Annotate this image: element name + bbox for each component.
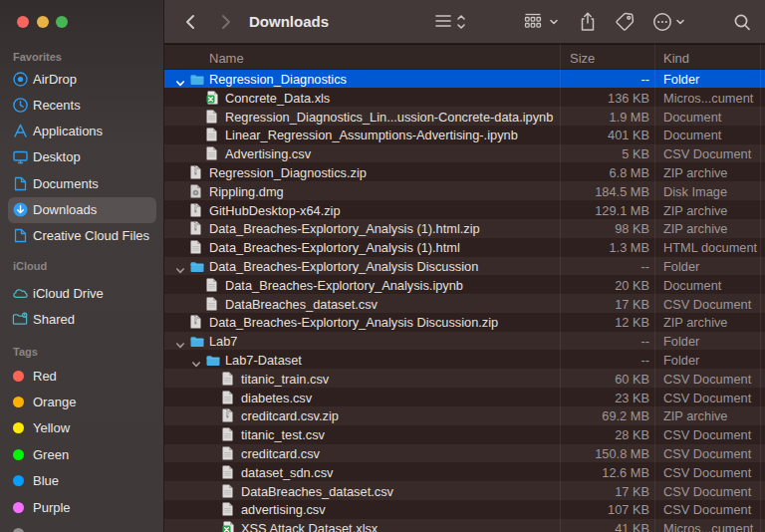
file-size: 1.9 MB (493, 110, 649, 125)
disclosure-chevron-icon[interactable] (175, 262, 185, 272)
main-area: Downloads (164, 0, 765, 532)
file-kind: CSV Document (663, 465, 751, 480)
back-button[interactable] (178, 10, 202, 34)
sidebar-item-red[interactable]: Red (0, 363, 164, 389)
file-size: -- (493, 259, 649, 274)
search-icon[interactable] (732, 11, 752, 33)
sidebar-item-applications[interactable]: Applications (0, 119, 164, 144)
file-name: creditcard.csv.zip (241, 408, 339, 423)
group-chevron-icon[interactable] (549, 11, 559, 33)
file-row[interactable]: Data_Breaches-Explortory_Analysis.ipynb2… (164, 275, 765, 294)
disclosure-chevron-icon[interactable] (191, 356, 201, 366)
sidebar-item-recents[interactable]: Recents (0, 92, 164, 118)
file-row[interactable]: DataBreaches_dataset.csv17 KBCSV Documen… (164, 294, 765, 313)
file-name: Data_Breaches-Explortory_Analysis.ipynb (225, 278, 463, 293)
file-row[interactable]: advertising.csv107 KBCSV Document (164, 500, 765, 519)
file-name: Regression_Diagnostics (209, 72, 347, 87)
column-header-size[interactable]: Size (570, 51, 595, 66)
file-icon (222, 372, 236, 386)
cloud-doc-icon (12, 227, 29, 244)
sidebar-item-label: iCloud Drive (33, 286, 104, 301)
sidebar-item-green[interactable]: Green (0, 441, 164, 467)
group-icon[interactable] (521, 11, 545, 33)
file-kind: CSV Document (663, 391, 751, 405)
sidebar-item-downloads[interactable]: Downloads (0, 197, 164, 223)
file-size: 150.8 MB (493, 446, 649, 461)
file-kind: CSV Document (663, 427, 751, 442)
document-icon (12, 175, 29, 192)
file-row[interactable]: XSS Attack Dataset.xlsx41 KBMicros...cum… (164, 519, 765, 532)
file-row[interactable]: Linear_Regression_Assumptions-Advertisin… (164, 126, 765, 144)
file-row[interactable]: Data_Breaches-Explortory_Analysis (1).ht… (164, 238, 765, 257)
file-row[interactable]: GitHubDesktop-x64.zip129.1 MBZIP archive (164, 200, 765, 219)
sidebar-item-documents[interactable]: Documents (0, 170, 164, 196)
file-name: advertising.csv (241, 502, 326, 517)
file-icon (190, 165, 204, 179)
sidebar-item-shared[interactable]: Shared (0, 306, 164, 332)
file-row[interactable]: dataset_sdn.csv12.6 MBCSV Document (164, 462, 765, 481)
sidebar-item-yellow[interactable]: Yellow (0, 415, 164, 441)
disclosure-chevron-icon[interactable] (175, 75, 185, 85)
file-row[interactable]: Data_Breaches-Explortory_Analysis (1).ht… (164, 219, 765, 238)
file-name: Data_Breaches-Explortory_Analysis (1).ht… (209, 240, 460, 255)
sidebar-item-airdrop[interactable]: AirDrop (0, 66, 164, 92)
file-row[interactable]: Concrete_Data.xls136 KBMicros...cument (164, 88, 765, 107)
more-icon[interactable] (651, 11, 673, 33)
file-name: titanic_test.csv (241, 427, 325, 442)
file-kind: Folder (663, 72, 699, 87)
view-stepper-icon[interactable] (455, 11, 467, 33)
disclosure-chevron-icon[interactable] (175, 337, 185, 347)
more-chevron-icon[interactable] (675, 11, 685, 33)
file-kind: CSV Document (663, 484, 751, 499)
file-name: DataBreaches_dataset.csv (225, 297, 378, 312)
list-view-icon[interactable] (433, 11, 453, 31)
desktop-icon (12, 148, 29, 165)
file-size: 60 KB (493, 372, 649, 387)
share-icon[interactable] (578, 11, 598, 33)
file-size: 23 KB (493, 391, 649, 405)
zoom-button[interactable] (56, 16, 68, 28)
file-name: Rippling.dmg (209, 184, 284, 199)
close-button[interactable] (17, 16, 29, 28)
file-name: Data_Breaches-Explortory_Analysis Discus… (209, 315, 498, 330)
tag-icon[interactable] (614, 11, 636, 33)
file-row[interactable]: diabetes.csv23 KBCSV Document (164, 388, 765, 406)
file-row[interactable]: DataBreaches_dataset.csv17 KBCSV Documen… (164, 481, 765, 500)
file-row[interactable]: Lab7--Folder (164, 332, 765, 351)
file-row[interactable]: Regression_Diagnostics--Folder (164, 70, 765, 89)
sidebar-item-desktop[interactable]: Desktop (0, 144, 164, 170)
sidebar-item-gray[interactable] (0, 520, 164, 532)
sidebar-section-tags: Tags (13, 346, 38, 358)
file-icon (190, 221, 204, 235)
file-row[interactable]: Data_Breaches-Explortory_Analysis Discus… (164, 313, 765, 332)
file-row[interactable]: Lab7-Dataset--Folder (164, 351, 765, 370)
sidebar-item-label: Downloads (33, 202, 97, 217)
sidebar-item-purple[interactable]: Purple (0, 494, 164, 520)
file-row[interactable]: Rippling.dmg184.5 MBDisk Image (164, 181, 765, 200)
minimize-button[interactable] (37, 16, 49, 28)
sidebar-item-icloud-drive[interactable]: iCloud Drive (0, 280, 164, 306)
file-row[interactable]: titanic_test.csv28 KBCSV Document (164, 425, 765, 444)
file-row[interactable]: Regression_Diagnostics.zip6.8 MBZIP arch… (164, 163, 765, 182)
column-header-kind[interactable]: Kind (663, 51, 689, 66)
file-kind: Micros...cument (663, 521, 753, 532)
file-icon (190, 203, 204, 217)
file-size: 17 KB (493, 297, 649, 312)
sidebar-item-creative-cloud-files[interactable]: Creative Cloud Files (0, 223, 164, 249)
file-row[interactable]: titanic_train.csv60 KBCSV Document (164, 369, 765, 388)
file-row[interactable]: creditcard.csv150.8 MBCSV Document (164, 444, 765, 463)
sidebar-item-label: Blue (33, 473, 59, 488)
downloads-icon (12, 201, 29, 218)
file-row[interactable]: creditcard.csv.zip69.2 MBZIP archive (164, 406, 765, 425)
file-row[interactable]: Data_Breaches-Explortory_Analysis Discus… (164, 257, 765, 276)
file-size: 6.8 MB (493, 165, 649, 180)
sidebar-item-label: Recents (33, 98, 81, 113)
file-row[interactable]: Regression_Diagnostics_Lin...ussion-Conc… (164, 107, 765, 126)
file-row[interactable]: Advertising.csv5 KBCSV Document (164, 144, 765, 163)
sidebar-item-orange[interactable]: Orange (0, 389, 164, 414)
column-header-name[interactable]: Name (209, 51, 244, 66)
folder-icon (190, 259, 204, 273)
forward-button[interactable] (214, 10, 238, 34)
file-size: 1.3 MB (493, 240, 649, 255)
sidebar-item-blue[interactable]: Blue (0, 468, 164, 494)
